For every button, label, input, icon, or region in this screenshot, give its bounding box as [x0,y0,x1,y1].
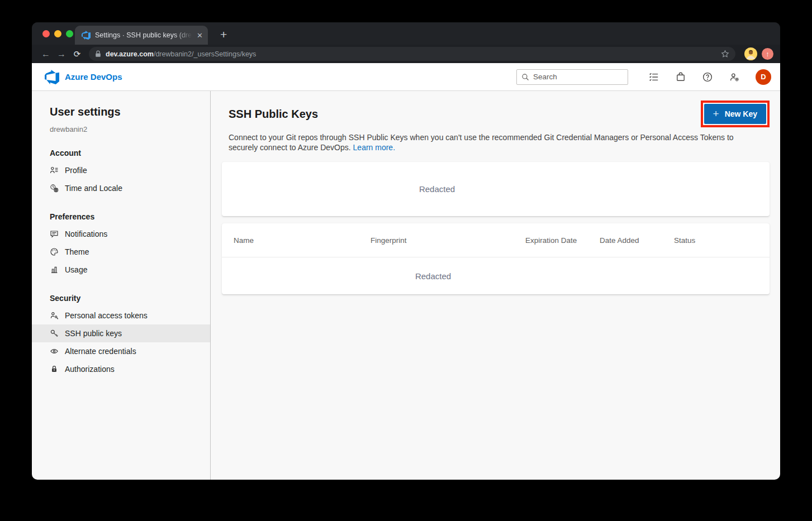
settings-sidebar: User settings drewbanin2 Account Profile [32,91,211,480]
sidebar-item-label: Notifications [65,230,107,238]
page-title: SSH Public Keys [229,108,318,121]
browser-update-icon[interactable]: ↑ [762,48,773,60]
browser-toolbar: ← → ⟳ dev.azure.com/drewbanin2/_usersSet… [32,45,780,63]
reload-icon[interactable]: ⟳ [70,50,84,58]
task-list-icon[interactable] [648,71,659,83]
sidebar-item-label: Theme [65,247,89,256]
usage-chart-icon [50,265,59,274]
sidebar-item-profile[interactable]: Profile [32,161,210,179]
section-label-security: Security [50,294,210,303]
azure-devops-header: Azure DevOps [32,63,780,91]
desktop-background: Settings · SSH public keys (dre ✕ + ← → … [0,0,812,521]
user-settings-icon[interactable] [729,71,740,83]
column-header-name: Name [234,236,371,245]
sidebar-item-ssh-public-keys[interactable]: SSH public keys [32,324,210,342]
sidebar-item-usage[interactable]: Usage [32,261,210,279]
sidebar-item-notifications[interactable]: Notifications [32,225,210,243]
time-locale-icon [50,184,59,193]
column-header-expiration-date: Expiration Date [525,236,600,245]
lock-shield-icon [50,365,59,374]
window-controls [42,30,73,37]
help-icon[interactable] [702,71,713,83]
ssh-keys-table: Name Fingerprint Expiration Date Date Ad… [222,223,770,294]
section-label-preferences: Preferences [50,212,210,221]
ssh-key-detail-card: Redacted [222,162,770,216]
sidebar-item-label: Authorizations [65,365,115,374]
brand-title: Azure DevOps [65,72,122,82]
eye-icon [50,347,59,356]
new-key-label: New Key [725,109,757,118]
new-key-button[interactable]: + New Key [704,104,766,124]
ssh-key-icon [50,329,59,338]
sidebar-item-label: Alternate credentials [65,347,136,356]
sidebar-item-label: Profile [65,166,87,175]
azure-devops-favicon [82,31,91,40]
theme-palette-icon [50,247,59,256]
new-tab-button[interactable]: + [220,28,227,40]
sidebar-username: drewbanin2 [50,125,210,133]
annotation-highlight-box: + New Key [701,101,770,127]
sidebar-item-label: Time and Locale [65,184,122,193]
table-row: Redacted [222,257,770,294]
section-label-account: Account [50,149,210,157]
url-text: dev.azure.com/drewbanin2/_usersSettings/… [106,50,256,58]
search-input[interactable] [533,73,623,81]
marketplace-bag-icon[interactable] [675,71,686,83]
ssh-keys-main: SSH Public Keys + New Key Connect to you… [211,91,780,480]
page: Azure DevOps [32,63,780,480]
sidebar-item-label: Usage [65,265,87,274]
personal-access-tokens-icon [50,311,59,320]
browser-profile-avatar[interactable] [744,47,757,60]
zoom-window-button[interactable] [66,30,73,37]
redacted-text: Redacted [419,184,455,194]
forward-icon[interactable]: → [54,50,69,59]
column-header-date-added: Date Added [600,236,674,245]
table-header-row: Name Fingerprint Expiration Date Date Ad… [222,223,770,257]
azure-devops-home-link[interactable]: Azure DevOps [45,70,122,84]
page-description: Connect to your Git repos through SSH Pu… [229,133,757,152]
user-avatar[interactable]: D [756,69,771,85]
redacted-text: Redacted [415,271,451,281]
notifications-icon [50,230,59,238]
sidebar-item-alternate-credentials[interactable]: Alternate credentials [32,342,210,360]
sidebar-title: User settings [50,106,210,118]
sidebar-item-personal-access-tokens[interactable]: Personal access tokens [32,307,210,324]
address-bar[interactable]: dev.azure.com/drewbanin2/_usersSettings/… [89,47,735,61]
browser-tab-strip: Settings · SSH public keys (dre ✕ + [32,22,780,45]
sidebar-item-label: Personal access tokens [65,311,148,320]
search-icon [521,73,529,81]
description-text: Connect to your Git repos through SSH Pu… [229,133,734,152]
sidebar-item-authorizations[interactable]: Authorizations [32,360,210,378]
sidebar-item-theme[interactable]: Theme [32,243,210,261]
minimize-window-button[interactable] [54,30,61,37]
search-box[interactable] [516,69,628,85]
content: User settings drewbanin2 Account Profile [32,91,780,480]
tab-title: Settings · SSH public keys (dre [95,31,192,39]
column-header-status: Status [674,236,770,245]
plus-icon: + [713,108,719,119]
sidebar-item-time-and-locale[interactable]: Time and Locale [32,179,210,197]
column-header-fingerprint: Fingerprint [371,236,525,245]
bookmark-star-icon[interactable] [721,50,729,58]
close-window-button[interactable] [42,30,50,37]
browser-tab[interactable]: Settings · SSH public keys (dre ✕ [75,26,208,45]
browser-window: Settings · SSH public keys (dre ✕ + ← → … [32,22,780,480]
lock-icon [95,50,101,58]
header-actions: D [516,69,771,85]
sidebar-item-label: SSH public keys [65,329,122,338]
learn-more-link[interactable]: Learn more. [353,143,395,152]
azure-devops-logo-icon [45,70,59,84]
tab-close-icon[interactable]: ✕ [197,32,203,39]
profile-icon [50,166,59,175]
back-icon[interactable]: ← [39,50,53,59]
